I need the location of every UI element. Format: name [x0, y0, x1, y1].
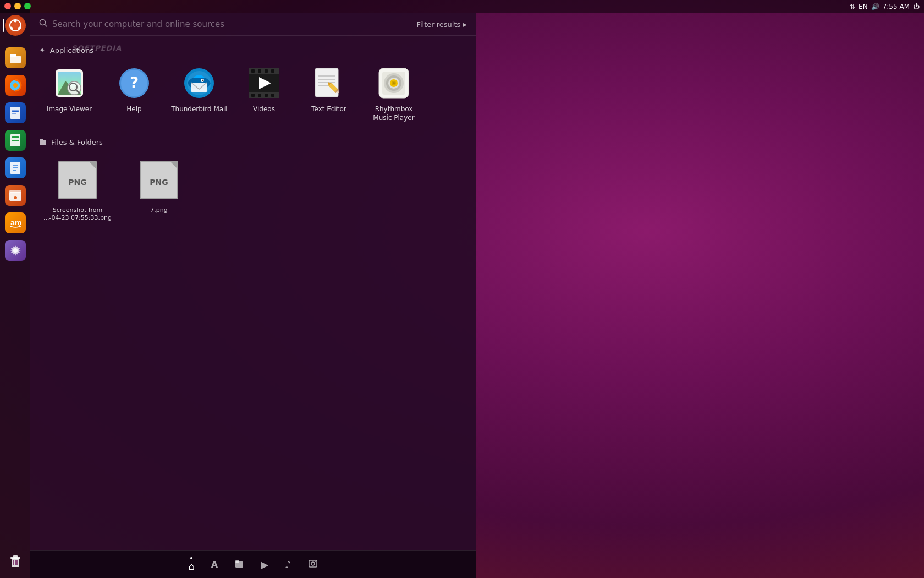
app-item-image-viewer[interactable]: Image Viewer — [39, 61, 100, 127]
svg-rect-14 — [12, 140, 14, 141]
rhythmbox-icon — [378, 67, 410, 99]
help-label: Help — [127, 105, 141, 114]
home-tab-icon: ⌂ — [188, 560, 194, 572]
help-icon: ? — [118, 67, 150, 99]
launcher-item-writer[interactable] — [3, 101, 28, 125]
7png-icon-container: PNG — [137, 158, 181, 202]
launcher-item-ubuntu[interactable] — [3, 13, 28, 37]
network-icon: ⇅ — [850, 3, 855, 10]
calc-icon — [5, 130, 26, 151]
svg-rect-22 — [9, 190, 21, 193]
filter-tab-apps[interactable]: A — [211, 559, 218, 570]
files-section-header: Files & Folders — [39, 138, 467, 147]
svg-point-48 — [202, 80, 204, 81]
svg-rect-4 — [10, 56, 21, 63]
screenshot-png-icon: PNG — [58, 161, 97, 199]
text-editor-icon — [313, 67, 345, 99]
screenshot-icon-container: PNG — [56, 158, 100, 202]
screenshot-label: Screenshot from...-04-23 07:55:33.png — [43, 206, 112, 222]
files-tab-icon — [234, 559, 244, 571]
search-icon — [39, 19, 48, 30]
doc-icon — [5, 157, 26, 178]
filter-tab-video[interactable]: ▶ — [261, 559, 268, 570]
app-item-text-editor[interactable]: Text Editor — [299, 61, 359, 127]
svg-rect-54 — [258, 69, 261, 73]
file-item-7png[interactable]: PNG 7.png — [120, 154, 197, 227]
maximize-button[interactable] — [24, 3, 31, 9]
clock: 7:55 AM — [883, 3, 910, 10]
launcher-item-firefox[interactable] — [3, 73, 28, 97]
app-item-help[interactable]: ? Help — [104, 61, 164, 127]
ubuntu-icon — [5, 15, 26, 36]
launcher-item-amazon[interactable]: am — [3, 211, 28, 235]
image-viewer-icon-container — [52, 66, 87, 101]
svg-rect-84 — [235, 560, 239, 563]
launcher-item-files[interactable] — [3, 46, 28, 70]
app-item-thunderbird[interactable]: Thunderbird Mail — [169, 61, 229, 127]
filter-results-button[interactable]: Filter results ▶ — [416, 20, 467, 29]
svg-rect-5 — [10, 54, 16, 57]
files-section-icon — [39, 138, 47, 147]
language-indicator[interactable]: EN — [859, 3, 868, 10]
minimize-button[interactable] — [14, 3, 21, 9]
files-grid: PNG Screenshot from...-04-23 07:55:33.pn… — [39, 154, 467, 227]
firefox-icon — [5, 75, 26, 96]
launcher-item-doc[interactable] — [3, 156, 28, 180]
amazon-icon: am — [5, 212, 26, 233]
svg-rect-13 — [12, 136, 19, 138]
bottom-filter-bar: ⌂ A ▶ ♪ — [30, 550, 476, 578]
dash-panel: SOFTPEDIA Filter results ▶ ✦ Application… — [30, 13, 476, 578]
svg-rect-81 — [40, 140, 46, 145]
svg-point-1 — [14, 20, 16, 23]
launcher-item-calc[interactable] — [3, 128, 28, 152]
svg-text:?: ? — [130, 74, 139, 92]
file-item-screenshot[interactable]: PNG Screenshot from...-04-23 07:55:33.pn… — [39, 154, 116, 227]
7png-icon: PNG — [140, 161, 178, 199]
svg-rect-11 — [12, 113, 16, 114]
text-editor-icon-container — [311, 66, 346, 101]
filter-tab-home[interactable]: ⌂ — [188, 557, 194, 572]
svg-point-7 — [13, 83, 18, 88]
video-tab-icon: ▶ — [261, 559, 268, 570]
software-icon — [5, 185, 26, 206]
svg-rect-29 — [13, 555, 18, 558]
app-item-rhythmbox[interactable]: Rhythmbox Music Player — [364, 61, 424, 127]
thunderbird-icon — [183, 67, 215, 99]
svg-rect-59 — [265, 94, 268, 97]
svg-point-33 — [40, 20, 46, 25]
svg-rect-55 — [265, 69, 268, 73]
svg-point-3 — [18, 27, 21, 30]
close-button[interactable] — [4, 3, 11, 9]
svg-rect-58 — [258, 94, 261, 97]
svg-point-2 — [10, 27, 13, 30]
apps-tab-icon: A — [211, 559, 218, 570]
svg-rect-56 — [271, 69, 274, 73]
7png-label: 7.png — [150, 206, 167, 214]
image-viewer-icon — [53, 67, 85, 99]
filter-tab-photos[interactable] — [308, 559, 318, 571]
filter-tab-files[interactable] — [234, 559, 244, 571]
volume-icon: 🔊 — [871, 3, 879, 10]
svg-rect-15 — [14, 140, 16, 141]
photos-tab-icon — [308, 559, 318, 571]
svg-point-23 — [14, 196, 17, 199]
topbar-icons: ⇅ EN 🔊 7:55 AM ⏻ — [850, 3, 920, 10]
filter-results-label: Filter results — [416, 20, 460, 29]
filter-tab-music[interactable]: ♪ — [285, 559, 292, 570]
content-area: ✦ Applications — [30, 36, 476, 550]
launcher-item-settings[interactable] — [3, 238, 28, 263]
launcher-item-software[interactable] — [3, 183, 28, 208]
app-item-videos[interactable]: Videos — [234, 61, 294, 127]
applications-grid: Image Viewer ? Help — [39, 61, 467, 127]
thunderbird-icon-container — [182, 66, 217, 101]
svg-point-80 — [393, 82, 395, 84]
image-viewer-label: Image Viewer — [47, 105, 92, 114]
search-input[interactable] — [52, 19, 416, 29]
svg-point-87 — [315, 561, 316, 562]
power-icon[interactable]: ⏻ — [913, 3, 920, 10]
settings-icon — [5, 240, 26, 261]
music-tab-icon: ♪ — [285, 559, 292, 570]
thunderbird-label: Thunderbird Mail — [171, 105, 227, 114]
applications-icon: ✦ — [39, 46, 46, 54]
launcher-item-trash[interactable] — [3, 548, 28, 572]
